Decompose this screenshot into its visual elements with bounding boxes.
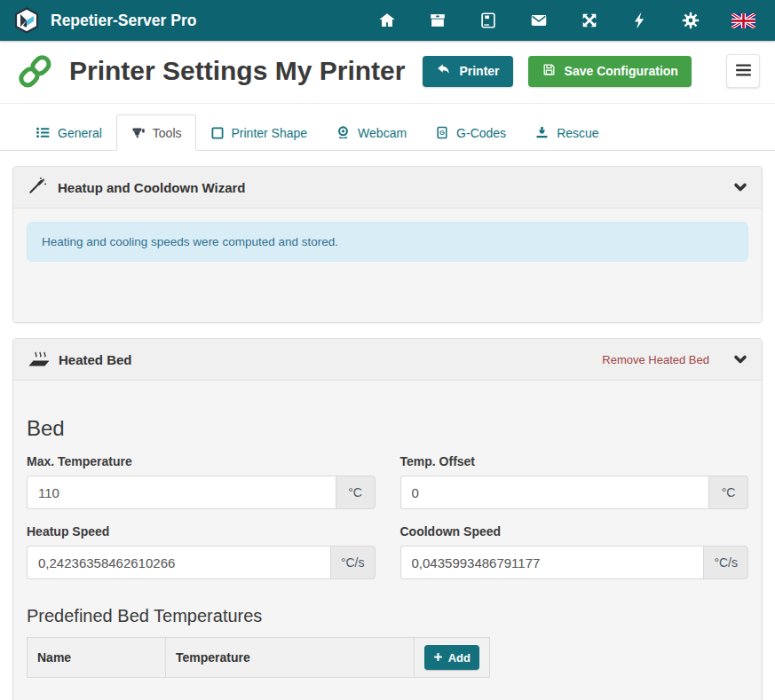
page-title: Printer Settings My Printer (69, 56, 405, 86)
column-header-name: Name (28, 638, 166, 678)
max-temperature-label: Max. Temperature (27, 454, 376, 468)
cooldown-speed-input[interactable] (400, 546, 704, 579)
unit-addon: °C/s (703, 546, 748, 579)
svg-text:G: G (439, 129, 445, 137)
heatup-speed-input[interactable] (27, 546, 330, 579)
chevron-down-icon[interactable] (733, 180, 747, 194)
floppy-save-icon (542, 62, 557, 80)
back-arrow-icon (436, 62, 451, 80)
chevron-down-icon[interactable] (733, 352, 747, 366)
heated-bed-panel-title: Heated Bed (59, 352, 132, 367)
printer-button[interactable]: Printer (423, 56, 512, 87)
quick-commands-bolt-icon[interactable] (630, 11, 650, 30)
tab-gcodes[interactable]: G G-Codes (421, 114, 520, 151)
settings-tabs: General Tools Printer Shape (0, 104, 775, 151)
gcode-file-icon: G (435, 125, 449, 140)
box-icon[interactable] (428, 11, 447, 30)
fullscreen-icon[interactable] (580, 11, 599, 30)
tab-printer-shape[interactable]: Printer Shape (196, 115, 322, 151)
rescue-nozzle-icon (534, 125, 550, 140)
tab-rescue[interactable]: Rescue (520, 114, 613, 151)
tab-tools[interactable]: Tools (116, 114, 196, 151)
heatup-speed-field: Heatup Speed °C/s (27, 524, 376, 579)
predefined-bed-temperatures-title: Predefined Bed Temperatures (27, 606, 748, 626)
magic-wand-icon (28, 177, 46, 198)
menu-button[interactable] (726, 54, 760, 88)
wizard-panel-title: Heatup and Cooldown Wizard (58, 180, 246, 195)
plus-icon (433, 651, 443, 665)
bed-section-title: Bed (27, 416, 748, 441)
top-navbar: Repetier-Server Pro (0, 0, 775, 41)
navbar-icons (377, 11, 755, 30)
temp-offset-field: Temp. Offset °C (400, 454, 749, 509)
temp-offset-input[interactable] (400, 476, 709, 509)
settings-gear-icon[interactable] (681, 11, 700, 30)
link-chain-icon (14, 51, 55, 91)
bed-fields: Max. Temperature °C Temp. Offset °C Heat… (27, 454, 748, 579)
heated-bed-panel-body: Bed Max. Temperature °C Temp. Offset °C … (13, 381, 762, 700)
messages-icon[interactable] (529, 11, 549, 30)
unit-addon: °C (336, 476, 376, 509)
language-flag-icon[interactable] (732, 13, 755, 28)
temp-offset-label: Temp. Offset (400, 454, 749, 468)
hamburger-icon (736, 64, 751, 79)
table-header-row: Name Temperature Add (28, 638, 490, 678)
add-cell: Add (414, 638, 489, 678)
wizard-panel-body: Heating and cooling speeds were computed… (13, 208, 762, 322)
unit-addon: °C (708, 476, 748, 509)
info-alert: Heating and cooling speeds were computed… (27, 222, 748, 262)
heated-bed-panel-header[interactable]: Heated Bed Remove Heated Bed (13, 339, 762, 381)
square-outline-icon (210, 126, 225, 140)
column-header-temperature: Temperature (166, 638, 415, 678)
heated-bed-icon (28, 349, 51, 371)
home-icon[interactable] (377, 11, 397, 30)
printer-icon[interactable] (478, 11, 498, 30)
wizard-panel-header[interactable]: Heatup and Cooldown Wizard (13, 167, 762, 208)
save-configuration-button[interactable]: Save Configuration (528, 56, 692, 87)
list-icon (36, 125, 51, 140)
heated-bed-panel: Heated Bed Remove Heated Bed Bed Max. Te… (12, 338, 763, 700)
predefined-temperatures-table: Name Temperature Add (27, 637, 490, 678)
max-temperature-field: Max. Temperature °C (27, 454, 376, 509)
cooldown-speed-field: Cooldown Speed °C/s (400, 524, 749, 579)
tab-general[interactable]: General (21, 114, 116, 151)
heatup-cooldown-wizard-panel: Heatup and Cooldown Wizard Heating and c… (12, 166, 763, 323)
max-temperature-input[interactable] (27, 476, 336, 509)
add-temperature-button[interactable]: Add (424, 645, 479, 670)
unit-addon: °C/s (330, 546, 376, 579)
cooldown-speed-label: Cooldown Speed (400, 524, 749, 539)
page-header: Printer Settings My Printer Printer Save… (0, 41, 775, 104)
extruder-icon (130, 125, 146, 140)
brand-title: Repetier-Server Pro (51, 12, 196, 30)
brand[interactable]: Repetier-Server Pro (13, 7, 196, 34)
repetier-logo-icon (13, 7, 40, 34)
webcam-icon (336, 125, 351, 140)
remove-heated-bed-link[interactable]: Remove Heated Bed (602, 353, 709, 366)
tab-webcam[interactable]: Webcam (321, 114, 421, 151)
heatup-speed-label: Heatup Speed (27, 524, 376, 539)
